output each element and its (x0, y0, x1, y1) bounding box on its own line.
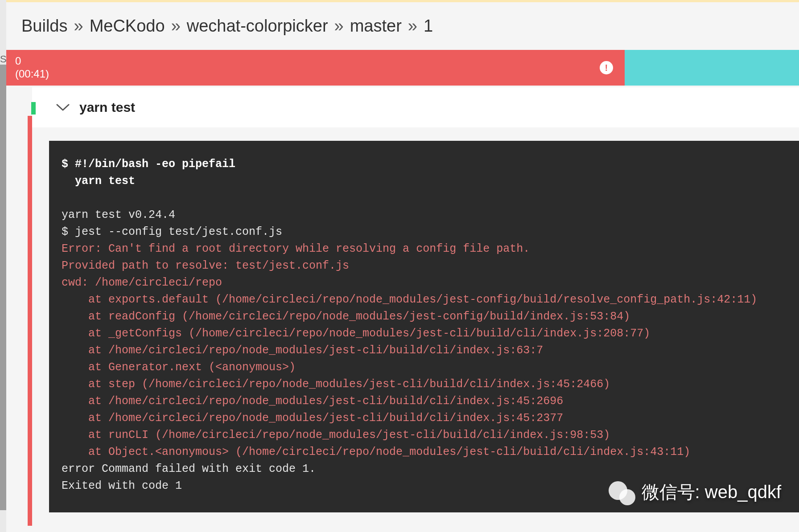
breadcrumb-sep: » (171, 16, 181, 36)
terminal-output[interactable]: $ #!/bin/bash -eo pipefail yarn test yar… (49, 141, 799, 512)
step-index: 0 (15, 55, 49, 68)
step-info: 0 (00:41) (15, 55, 49, 81)
chevron-down-icon[interactable] (56, 103, 70, 112)
breadcrumb-sep: » (408, 16, 417, 36)
term-stack: at runCLI (/home/circleci/repo/node_modu… (62, 429, 610, 442)
left-rail-scroll[interactable] (0, 65, 6, 510)
term-prompt: $ (62, 158, 75, 171)
breadcrumb-sep: » (74, 16, 83, 36)
term-shebang: #!/bin/bash -eo pipefail (75, 158, 235, 171)
breadcrumb-repo[interactable]: wechat-colorpicker (187, 16, 328, 36)
term-stack: at Object.<anonymous> (/home/circleci/re… (62, 446, 690, 458)
step-duration: (00:41) (15, 68, 49, 81)
step-fail-marker (28, 116, 32, 526)
step-bar: 0 (00:41) ! (6, 50, 799, 86)
term-error: Error: Can't find a root directory while… (62, 242, 530, 255)
term-stack: at /home/circleci/repo/node_modules/jest… (62, 395, 563, 408)
breadcrumb: Builds » MeCKodo » wechat-colorpicker » … (0, 2, 799, 50)
term-stack: at _getConfigs (/home/circleci/repo/node… (62, 327, 650, 340)
section-header[interactable]: yarn test (32, 87, 799, 127)
step-failed[interactable]: 0 (00:41) ! (6, 50, 625, 86)
section-title: yarn test (79, 100, 135, 115)
term-stack: at /home/circleci/repo/node_modules/jest… (62, 412, 563, 425)
term-cmd: yarn test (62, 175, 135, 188)
step-success-marker (31, 102, 36, 115)
term-error: cwd: /home/circleci/repo (62, 276, 222, 289)
breadcrumb-builds[interactable]: Builds (21, 16, 68, 36)
term-line: $ jest --config test/jest.conf.js (62, 225, 282, 238)
term-line: error Command failed with exit code 1. (62, 462, 316, 475)
term-stack: at /home/circleci/repo/node_modules/jest… (62, 344, 543, 357)
sidebar-label: S (0, 53, 7, 65)
term-line: Exited with code 1 (62, 479, 182, 492)
step-next[interactable] (625, 50, 799, 86)
term-stack: at Generator.next (<anonymous>) (62, 361, 296, 374)
term-stack: at exports.default (/home/circleci/repo/… (62, 293, 757, 306)
term-stack: at step (/home/circleci/repo/node_module… (62, 378, 610, 391)
term-line: yarn test v0.24.4 (62, 209, 175, 221)
breadcrumb-build-number[interactable]: 1 (424, 16, 433, 36)
term-error: Provided path to resolve: test/jest.conf… (62, 259, 349, 272)
breadcrumb-branch[interactable]: master (350, 16, 402, 36)
warning-icon: ! (600, 61, 613, 74)
breadcrumb-sep: » (334, 16, 344, 36)
term-stack: at readConfig (/home/circleci/repo/node_… (62, 310, 630, 323)
breadcrumb-user[interactable]: MeCKodo (90, 16, 165, 36)
